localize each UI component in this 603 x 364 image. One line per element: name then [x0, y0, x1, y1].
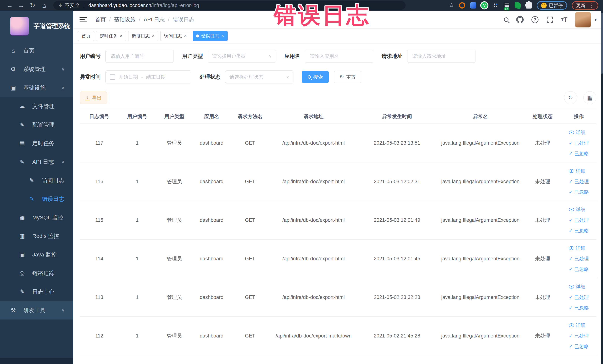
action-已忽略[interactable]: ✓已忽略 [569, 189, 589, 195]
sidebar-item-dev-tools[interactable]: ⚒研发工具∨ [0, 301, 73, 319]
help-icon[interactable]: ? [532, 16, 538, 23]
request-url-input[interactable] [407, 50, 475, 63]
action-详细[interactable]: 详细 [569, 283, 585, 290]
extension-vue-icon[interactable]: V [481, 2, 487, 9]
sidebar-filler [0, 319, 73, 358]
bookmark-star-icon[interactable]: ☆ [449, 2, 454, 9]
user-id-input[interactable] [105, 50, 174, 63]
tab-首页[interactable]: 首页 [78, 31, 94, 41]
browser-update-button[interactable]: 更新 ⋮ [572, 1, 598, 10]
search-icon[interactable] [504, 15, 509, 24]
extension-leaf-icon[interactable] [514, 2, 521, 9]
close-icon[interactable]: × [184, 33, 187, 39]
action-详细[interactable]: 详细 [569, 129, 585, 136]
action-已处理[interactable]: ✓已处理 [569, 294, 589, 301]
action-已处理[interactable]: ✓已处理 [569, 333, 589, 339]
action-已忽略[interactable]: ✓已忽略 [569, 227, 589, 234]
sidebar-item-label: 研发工具 [23, 306, 46, 314]
font-size-icon[interactable]: TT [561, 15, 568, 24]
github-icon[interactable] [516, 15, 524, 24]
check-icon: ✓ [569, 228, 573, 233]
extension-orange-icon[interactable] [459, 2, 465, 9]
sidebar-item-log-center[interactable]: ✎日志中心 [0, 282, 73, 301]
tab-错误日志[interactable]: 错误日志× [193, 31, 228, 41]
sidebar-item-label: 错误日志 [42, 195, 64, 203]
close-icon[interactable]: × [221, 33, 224, 39]
sidebar-logo-row[interactable]: 芋道管理系统 [0, 11, 73, 41]
sidebar-item-home[interactable]: ⌂首页 [0, 41, 73, 60]
sidebar-item-system[interactable]: ⚙系统管理∨ [0, 60, 73, 78]
user-avatar[interactable] [575, 12, 591, 27]
extensions-puzzle-icon[interactable] [526, 2, 532, 9]
extension-shield-icon[interactable] [470, 2, 476, 9]
action-已处理[interactable]: ✓已处理 [569, 140, 589, 146]
close-icon[interactable]: × [120, 33, 123, 39]
cell-actions: 详细✓已处理✓已忽略 [561, 124, 596, 162]
sidebar-item-java[interactable]: ▣Java 监控 [0, 245, 73, 264]
action-已处理[interactable]: ✓已处理 [569, 256, 589, 262]
sidebar-item-infra[interactable]: ▣基础设施∧ [0, 78, 73, 97]
col-exception: 异常名 [437, 109, 524, 124]
reset-button[interactable]: ↻ 重置 [334, 71, 361, 83]
sidebar-item-access-log[interactable]: ✎访问日志 [0, 171, 73, 190]
action-已忽略[interactable]: ✓已忽略 [569, 150, 589, 157]
tab-定时任务[interactable]: 定时任务× [96, 31, 126, 41]
cell-status: 未处理 [524, 278, 561, 317]
cell-actions: 详细✓已处理✓已忽略 [561, 201, 596, 239]
sidebar-item-api-log[interactable]: ✎API 日志∧ [0, 153, 73, 171]
action-已忽略[interactable]: ✓已忽略 [569, 343, 589, 350]
action-已忽略[interactable]: ✓已忽略 [569, 305, 589, 311]
action-详细[interactable]: 详细 [569, 168, 585, 174]
action-详细[interactable]: 详细 [569, 245, 585, 251]
sidebar-item-redis[interactable]: ▥Redis 监控 [0, 227, 73, 245]
breadcrumb-infra[interactable]: 基础设施 [114, 16, 136, 23]
sidebar-item-error-log[interactable]: ✎错误日志 [0, 190, 73, 208]
user-type-select[interactable]: 请选择用户类型 ∨ [208, 50, 276, 63]
tab-label: 调度日志 [132, 33, 150, 39]
extension-switch-on-icon[interactable] [503, 2, 510, 9]
sidebar-item-config[interactable]: ✎配置管理 [0, 116, 73, 134]
java-icon: ▣ [18, 251, 26, 258]
search-button[interactable]: 搜索 [302, 71, 329, 83]
hamburger-icon[interactable] [80, 17, 87, 22]
sidebar-item-mysql[interactable]: ▦MySQL 监控 [0, 208, 73, 227]
action-已处理[interactable]: ✓已处理 [569, 178, 589, 185]
action-已处理[interactable]: ✓已处理 [569, 217, 589, 223]
breadcrumb-home[interactable]: 首页 [95, 16, 106, 23]
profile-paused-chip[interactable]: 已暂停 [537, 1, 567, 10]
eye-icon [569, 208, 574, 211]
sidebar-item-trace[interactable]: ◎链路追踪 [0, 264, 73, 282]
fullscreen-icon[interactable] [546, 15, 553, 24]
browser-home-icon[interactable]: ⌂ [39, 1, 49, 10]
cell-app-name: dashboard [193, 162, 230, 201]
action-详细[interactable]: 详细 [569, 206, 585, 213]
address-bar[interactable]: ⚠ 不安全 | dashboard.yudao.iocoder.cn /infr… [53, 1, 406, 10]
browser-forward-icon[interactable]: → [16, 1, 26, 10]
col-log-id: 日志编号 [80, 109, 119, 124]
check-icon: ✓ [569, 179, 573, 184]
browser-reload-icon[interactable]: ↻ [28, 1, 37, 10]
extension-grid-icon[interactable] [492, 2, 499, 9]
sidebar-item-file[interactable]: ☁文件管理 [0, 97, 73, 116]
process-status-select[interactable]: 请选择处理状态 ∨ [225, 70, 293, 83]
chevron-down-icon: ∨ [61, 67, 65, 72]
tab-调度日志[interactable]: 调度日志× [128, 31, 158, 41]
refresh-table-button[interactable]: ↻ [564, 91, 577, 104]
app-title: 芋道管理系统 [34, 22, 70, 30]
action-已忽略[interactable]: ✓已忽略 [569, 266, 589, 273]
chevron-down-icon[interactable]: ▾ [594, 17, 597, 22]
action-详细[interactable]: 详细 [569, 322, 585, 329]
check-icon: ✓ [569, 218, 573, 223]
tab-访问日志[interactable]: 访问日志× [160, 31, 190, 41]
exception-time-range-picker[interactable]: 开始日期 - 结束日期 [105, 70, 191, 83]
browser-back-icon[interactable]: ← [5, 1, 14, 10]
sidebar-item-job[interactable]: ▤定时任务 [0, 134, 73, 153]
browser-menu-icon[interactable]: ⋮ [589, 2, 594, 9]
security-warning-icon[interactable]: ⚠ [58, 3, 62, 8]
page-scrollbar[interactable] [601, 11, 603, 364]
breadcrumb-api-log[interactable]: API 日志 [144, 16, 165, 23]
app-name-input[interactable] [305, 50, 373, 63]
column-settings-button[interactable]: ▦ [583, 91, 596, 104]
close-icon[interactable]: × [152, 33, 155, 39]
export-button[interactable]: ↓ 导出 [80, 92, 107, 104]
